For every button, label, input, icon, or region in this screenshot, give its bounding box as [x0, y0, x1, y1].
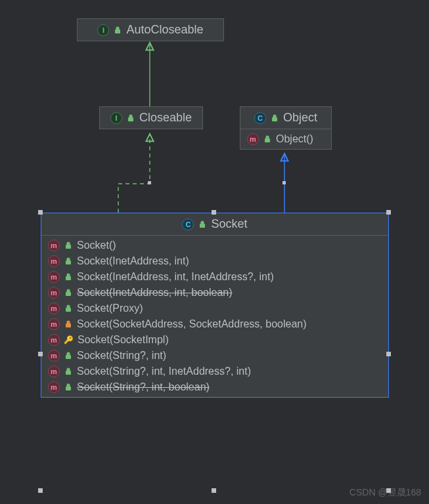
private-lock-icon	[64, 320, 73, 329]
method-row: m Object()	[247, 133, 325, 145]
method-icon: m	[48, 366, 60, 377]
method-label: Socket(Proxy)	[77, 303, 143, 314]
resize-handle[interactable]	[38, 488, 43, 493]
public-lock-icon	[270, 114, 279, 123]
resize-handle[interactable]	[38, 352, 43, 356]
node-title: Object	[283, 111, 317, 125]
method-label: Object()	[276, 133, 313, 145]
method-label: Socket(InetAddress, int, InetAddress?, i…	[77, 271, 274, 283]
svg-rect-8	[66, 261, 71, 264]
public-lock-icon	[64, 272, 73, 282]
node-title: Socket	[211, 217, 247, 231]
svg-rect-13	[66, 355, 71, 359]
method-icon: m	[48, 381, 60, 393]
node-body: mSocket()mSocket(InetAddress, int)mSocke…	[41, 235, 388, 397]
node-body: m Object()	[240, 129, 331, 149]
resize-handle[interactable]	[212, 488, 216, 493]
public-lock-icon	[64, 288, 73, 297]
public-lock-icon	[64, 241, 73, 250]
svg-rect-11	[66, 308, 71, 312]
method-icon: m	[48, 334, 60, 346]
svg-rect-6	[200, 224, 205, 228]
method-icon: m	[48, 240, 60, 251]
method-row: mSocket(String?, int, boolean)	[48, 381, 382, 393]
method-label: Socket(InetAddress, int, boolean)	[77, 287, 233, 299]
svg-rect-2	[115, 30, 120, 33]
public-lock-icon	[126, 114, 135, 123]
svg-rect-5	[265, 138, 270, 142]
method-icon: m	[48, 255, 60, 267]
method-row: mSocket()	[48, 240, 382, 251]
method-row: m🔑Socket(SocketImpl)	[48, 334, 382, 346]
protected-key-icon: 🔑	[64, 335, 74, 345]
node-object[interactable]: C Object m Object()	[240, 106, 332, 150]
node-title: Closeable	[139, 111, 192, 125]
method-row: mSocket(InetAddress, int)	[48, 255, 382, 267]
method-label: Socket(SocketImpl)	[78, 334, 169, 346]
svg-rect-3	[128, 117, 133, 121]
method-row: mSocket(Proxy)	[48, 303, 382, 314]
method-icon: m	[48, 318, 60, 330]
method-icon: m	[48, 350, 60, 362]
resize-handle[interactable]	[38, 210, 43, 215]
method-icon: m	[48, 303, 60, 314]
method-label: Socket()	[77, 240, 116, 251]
method-icon: m	[48, 271, 60, 283]
method-label: Socket(String?, int, InetAddress?, int)	[77, 366, 251, 377]
method-label: Socket(InetAddress, int)	[77, 255, 189, 267]
resize-handle[interactable]	[148, 181, 151, 184]
class-icon: C	[182, 219, 194, 230]
svg-rect-4	[272, 117, 277, 121]
node-closeable[interactable]: I Closeable	[99, 106, 203, 129]
public-lock-icon	[64, 351, 73, 360]
svg-rect-9	[66, 276, 71, 280]
watermark: CSDN @昱晟168	[350, 487, 421, 499]
public-lock-icon	[64, 367, 73, 376]
public-lock-icon	[198, 220, 207, 229]
public-lock-icon	[64, 304, 73, 313]
svg-rect-7	[66, 245, 71, 249]
resize-handle[interactable]	[386, 352, 391, 356]
svg-rect-10	[66, 292, 71, 296]
svg-rect-15	[66, 387, 71, 390]
method-label: Socket(SocketAddress, SocketAddress, boo…	[77, 318, 307, 330]
method-row: mSocket(InetAddress, int, boolean)	[48, 287, 382, 299]
svg-rect-12	[66, 324, 71, 327]
interface-icon: I	[110, 112, 122, 124]
method-row: mSocket(String?, int, InetAddress?, int)	[48, 366, 382, 377]
interface-icon: I	[97, 24, 109, 36]
resize-handle[interactable]	[386, 210, 391, 215]
method-row: mSocket(InetAddress, int, InetAddress?, …	[48, 271, 382, 283]
resize-handle[interactable]	[282, 181, 286, 184]
svg-rect-14	[66, 371, 71, 375]
public-lock-icon	[113, 26, 122, 35]
node-title: AutoCloseable	[126, 23, 203, 37]
resize-handle[interactable]	[212, 210, 216, 215]
class-icon: C	[254, 112, 266, 124]
method-icon: m	[247, 133, 259, 145]
node-socket[interactable]: C Socket mSocket()mSocket(InetAddress, i…	[41, 213, 389, 398]
method-label: Socket(String?, int, boolean)	[77, 381, 210, 393]
public-lock-icon	[64, 257, 73, 266]
public-lock-icon	[263, 135, 272, 144]
method-row: mSocket(String?, int)	[48, 350, 382, 362]
method-row: mSocket(SocketAddress, SocketAddress, bo…	[48, 318, 382, 330]
public-lock-icon	[64, 383, 73, 392]
method-label: Socket(String?, int)	[77, 350, 166, 362]
node-autocloseable[interactable]: I AutoCloseable	[77, 18, 224, 41]
method-icon: m	[48, 287, 60, 299]
